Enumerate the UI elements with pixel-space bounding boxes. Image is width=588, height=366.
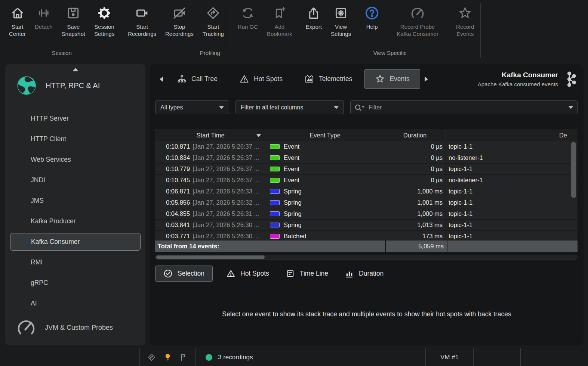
tab-scroll-right-icon[interactable] xyxy=(424,76,429,82)
filter-search-placeholder: Filter xyxy=(369,104,564,111)
sidebar-item-kafka-consumer[interactable]: Kafka Consumer xyxy=(10,233,141,251)
event-time: 0:06.871 xyxy=(166,188,190,195)
stop-recordings-button[interactable]: Stop Recordings xyxy=(161,4,198,39)
table-row[interactable]: 0:10.871[Jan 27, 2026 5:26:37 ...Event0 … xyxy=(155,141,578,152)
toolbar-button-label: Stop Recordings xyxy=(165,24,194,38)
record-probe-kafka-consumer-button[interactable]: Record Probe Kafka Consumer xyxy=(388,4,447,39)
view-settings-button[interactable]: View Settings xyxy=(326,4,355,39)
detail-tab-duration[interactable]: Duration xyxy=(345,269,384,278)
detail-tab-label: Time Line xyxy=(300,270,328,277)
start-recordings-button[interactable]: Start Recordings xyxy=(123,4,161,39)
column-header-label: Event Type xyxy=(310,132,340,139)
table-row[interactable]: 0:03.841[Jan 27, 2026 5:26:30 ...Spring1… xyxy=(155,220,578,231)
filter-search-field[interactable]: Filter xyxy=(350,100,578,114)
help-button[interactable]: Help xyxy=(360,4,384,32)
view-title: Kafka Consumer xyxy=(478,71,558,79)
tracking-icon[interactable] xyxy=(147,353,156,362)
view-title-block: Kafka Consumer Apache Kafka consumed eve… xyxy=(478,71,558,87)
table-row[interactable]: 0:05.856[Jan 27, 2026 5:26:32 ...Spring1… xyxy=(155,197,578,208)
event-type-color-chip xyxy=(270,155,280,160)
tab-scroll-left-icon[interactable] xyxy=(159,76,164,82)
toolbar-button-label: Run GC xyxy=(238,24,258,31)
cell-event-type: Event xyxy=(266,164,384,174)
cell-duration: 0 µs xyxy=(384,175,446,186)
toolbar-group-session: Start CenterDetachSave SnapshotSession S… xyxy=(2,0,121,60)
table-row[interactable]: 0:03.771[Jan 27, 2026 5:26:30 ...Batched… xyxy=(155,231,578,241)
toolbar-divider xyxy=(449,5,449,45)
vertical-scrollbar[interactable] xyxy=(571,142,576,198)
event-date: [Jan 27, 2026 5:26:37 ... xyxy=(193,154,259,161)
start-center-button[interactable]: Start Center xyxy=(4,4,30,39)
sidebar-item-kafka-producer[interactable]: Kafka Producer xyxy=(5,211,145,232)
detach-button[interactable]: Detach xyxy=(30,4,57,32)
sidebar-item-http-server[interactable]: HTTP Server xyxy=(5,108,145,129)
filter-history-dropdown[interactable] xyxy=(564,101,577,114)
detail-tab-selection[interactable]: Selection xyxy=(155,266,213,282)
tab-label: Events xyxy=(390,75,410,83)
cell-duration: 0 µs xyxy=(384,152,446,163)
column-header-label: Duration xyxy=(403,132,427,139)
event-time: 0:10.745 xyxy=(166,177,190,184)
tab-events[interactable]: Events xyxy=(364,69,420,89)
run-gc-button[interactable]: Run GC xyxy=(233,4,262,32)
sidebar-item-rmi[interactable]: RMI xyxy=(5,252,145,273)
toolbar-button-label: Start Recordings xyxy=(128,24,156,38)
column-header-start-time[interactable]: Start Time xyxy=(155,130,266,141)
horizontal-scrollbar[interactable] xyxy=(155,255,578,260)
export-button[interactable]: Export xyxy=(301,4,326,32)
type-filter-select[interactable]: All types xyxy=(155,100,229,114)
save-snapshot-button[interactable]: Save Snapshot xyxy=(57,4,90,39)
table-row[interactable]: 0:04.855[Jan 27, 2026 5:26:31 ...Spring1… xyxy=(155,208,578,220)
run-gc-icon xyxy=(241,6,255,20)
detail-tab-hot-spots[interactable]: Hot Spots xyxy=(226,269,269,278)
bulb-icon[interactable] xyxy=(163,353,172,362)
event-type-label: Event xyxy=(284,154,299,161)
sidebar-item-web-services[interactable]: Web Services xyxy=(5,149,145,170)
column-header-duration[interactable]: Duration xyxy=(384,130,446,141)
table-row[interactable]: 0:10.745[Jan 27, 2026 5:26:37 ...Event0 … xyxy=(155,175,578,186)
detail-tab-time-line[interactable]: Time Line xyxy=(286,269,328,278)
toolbar-group-buttons: ExportView SettingsHelpRecord Probe Kafk… xyxy=(299,0,481,49)
start-tracking-button[interactable]: Start Tracking xyxy=(198,4,228,39)
table-row[interactable]: 0:10.834[Jan 27, 2026 5:26:37 ...Event0 … xyxy=(155,152,578,164)
cell-start-time: 0:03.841[Jan 27, 2026 5:26:30 ... xyxy=(155,220,266,230)
session-settings-button[interactable]: Session Settings xyxy=(90,4,119,39)
cell-event-type: Event xyxy=(266,152,384,163)
event-type-label: Batched xyxy=(284,233,307,240)
warning-icon xyxy=(226,269,235,278)
tab-telemetries[interactable]: Telemetries xyxy=(304,74,352,84)
toolbar-button-label: Record Probe Kafka Consumer xyxy=(393,24,442,38)
flag-icon[interactable] xyxy=(179,353,188,362)
add-bookmark-button[interactable]: Add Bookmark xyxy=(262,4,297,39)
sidebar-item-jms[interactable]: JMS xyxy=(5,190,145,211)
sidebar-item-grpc[interactable]: gRPC xyxy=(5,273,145,293)
sidebar-item-jndi[interactable]: JNDI xyxy=(5,170,145,190)
sidebar-item-ai[interactable]: AI xyxy=(5,293,145,314)
horizontal-scrollbar-thumb[interactable] xyxy=(156,255,265,259)
event-time: 0:05.856 xyxy=(166,199,190,206)
table-row[interactable]: 0:10.779[Jan 27, 2026 5:26:37 ...Event0 … xyxy=(155,164,578,175)
toolbar-button-label: View Settings xyxy=(331,24,351,38)
table-row[interactable]: 0:06.871[Jan 27, 2026 5:26:33 ...Spring1… xyxy=(155,186,578,197)
column-header-de[interactable]: De xyxy=(446,130,578,141)
event-type-color-chip xyxy=(270,200,280,205)
status-vm-cell[interactable]: VM #1 xyxy=(426,348,474,366)
cell-start-time: 0:10.834[Jan 27, 2026 5:26:37 ... xyxy=(155,152,266,163)
column-header-event-type[interactable]: Event Type xyxy=(266,130,384,141)
sidebar-footer-label: JVM & Custom Probes xyxy=(45,324,113,332)
sidebar-item-jvm-custom-probes[interactable]: JVM & Custom Probes xyxy=(5,318,113,337)
scroll-up-icon[interactable] xyxy=(73,68,78,71)
events-table: Start TimeEvent TypeDurationDe 0:10.871[… xyxy=(155,130,578,260)
column-filter-select[interactable]: Filter in all text columns xyxy=(235,100,344,114)
event-type-label: Spring xyxy=(284,188,302,195)
toolbar-button-label: Detach xyxy=(35,24,53,31)
jprofiler-window: { "toolbar": { "groups": [ { "label": "S… xyxy=(0,0,588,366)
sidebar-item-http-client[interactable]: HTTP Client xyxy=(5,129,145,149)
recording-state-dot xyxy=(206,354,212,361)
record-events-button[interactable]: Record Events xyxy=(452,4,478,39)
cell-start-time: 0:10.871[Jan 27, 2026 5:26:37 ... xyxy=(155,141,266,152)
toolbar-group-buttons: Start RecordingsStop RecordingsStart Tra… xyxy=(121,0,299,49)
cell-description: topic-1-1 xyxy=(446,164,578,174)
tab-call-tree[interactable]: Call Tree xyxy=(177,74,218,84)
tab-hot-spots[interactable]: Hot Spots xyxy=(239,74,283,84)
